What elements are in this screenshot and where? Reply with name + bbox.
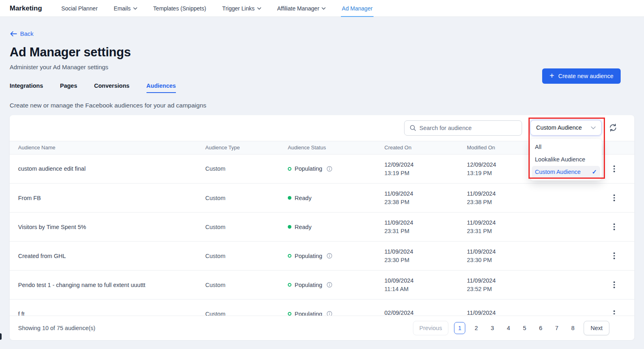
populating-status-icon: [288, 254, 291, 258]
tab-conversions[interactable]: Conversions: [94, 83, 130, 93]
audience-type: Custom: [205, 155, 288, 184]
table-row[interactable]: f ft Custom Populating 02/09/2024 11/09/…: [10, 299, 634, 316]
arrow-left-icon: [10, 31, 17, 37]
row-actions-menu[interactable]: [611, 194, 618, 202]
col-audience-name: Audience Name: [10, 141, 205, 154]
nav-item-emails[interactable]: Emails: [114, 0, 137, 17]
refresh-icon: [609, 123, 617, 132]
option-label: All: [535, 144, 541, 150]
audience-search[interactable]: [404, 120, 522, 136]
populating-status-icon: [288, 283, 291, 287]
status-badge: Populating: [288, 253, 384, 259]
page-button-1[interactable]: 1: [454, 322, 465, 334]
table-row[interactable]: From FB Custom Ready 11/09/202423:38 PM …: [10, 184, 634, 213]
row-actions-menu[interactable]: [611, 252, 618, 260]
audiences-card: Custom Audience All Lookalike Audience C…: [10, 115, 634, 340]
status-label: Populating: [295, 165, 322, 172]
page-button-4[interactable]: 4: [503, 325, 514, 331]
created-time: 23:30 PM: [384, 257, 467, 263]
audience-type: Custom: [205, 271, 288, 299]
status-label: Ready: [295, 195, 312, 201]
info-icon[interactable]: [326, 166, 332, 172]
page-button-6[interactable]: 6: [535, 325, 546, 331]
create-new-audience-button[interactable]: + Create new audience: [542, 68, 621, 84]
nav-item-trigger-links[interactable]: Trigger Links: [222, 0, 261, 17]
col-audience-type: Audience Type: [205, 141, 288, 154]
audience-type: Custom: [205, 242, 288, 271]
audience-type-filter[interactable]: Custom Audience: [530, 120, 602, 136]
dropdown-option-all[interactable]: All: [530, 141, 602, 153]
created-time: 11:14 AM: [384, 286, 467, 292]
page-button-5[interactable]: 5: [519, 325, 530, 331]
page-button-2[interactable]: 2: [471, 325, 481, 331]
populating-status-icon: [288, 312, 291, 316]
create-button-label: Create new audience: [558, 73, 613, 79]
nav-item-ad-manager[interactable]: Ad Manager: [342, 0, 372, 17]
row-actions-menu[interactable]: [611, 223, 618, 231]
refresh-button[interactable]: [608, 123, 618, 133]
audience-type: Custom: [205, 299, 288, 316]
status-label: Populating: [295, 253, 322, 259]
table-footer: Showing 10 of 75 audience(s) Previous 1 …: [10, 316, 634, 340]
back-link[interactable]: Back: [10, 30, 33, 37]
info-icon[interactable]: [326, 253, 332, 259]
audience-type-dropdown-menu: All Lookalike Audience Custom Audience ✓: [530, 139, 602, 180]
chevron-down-icon: [322, 7, 326, 10]
col-actions: [607, 141, 634, 154]
table-row[interactable]: Pendo test 1 - changing name to full ext…: [10, 271, 634, 299]
tab-pages[interactable]: Pages: [60, 83, 77, 93]
page-title: Ad Manager settings: [10, 45, 634, 60]
page-button-8[interactable]: 8: [568, 325, 578, 331]
status-label: Populating: [295, 311, 322, 316]
ready-status-icon: [288, 225, 291, 229]
info-icon[interactable]: [326, 282, 332, 288]
nav-item-templates[interactable]: Templates (Snippets): [153, 0, 206, 17]
dropdown-option-custom[interactable]: Custom Audience ✓: [532, 166, 600, 178]
dropdown-option-lookalike[interactable]: Lookalike Audience: [530, 153, 602, 166]
page-button-3[interactable]: 3: [487, 325, 497, 331]
created-time: 23:31 PM: [384, 228, 467, 234]
modified-date: 11/09/2024: [467, 219, 607, 226]
previous-page-button[interactable]: Previous: [413, 321, 448, 335]
status-label: Ready: [295, 224, 312, 230]
row-actions-menu[interactable]: [611, 310, 618, 316]
nav-item-social-planner[interactable]: Social Planner: [61, 0, 97, 17]
chevron-down-icon: [591, 126, 596, 129]
page-subtitle: Administer your Ad Manager settings: [10, 64, 634, 70]
audience-name: From FB: [10, 184, 205, 213]
modified-time: 23:52 PM: [467, 286, 607, 292]
status-badge: Ready: [288, 195, 384, 201]
info-icon[interactable]: [326, 311, 332, 316]
created-date: 02/09/2024: [384, 310, 467, 316]
table-toolbar: Custom Audience All Lookalike Audience C…: [10, 115, 634, 141]
col-audience-status: Audience Status: [288, 141, 384, 154]
table-row[interactable]: Visitors by Time Spent 5% Custom Ready 1…: [10, 213, 634, 242]
created-date: 10/09/2024: [384, 277, 467, 284]
nav-item-affiliate-manager[interactable]: Affiliate Manager: [277, 0, 326, 17]
row-actions-menu[interactable]: [611, 281, 618, 289]
results-summary: Showing 10 of 75 audience(s): [18, 325, 95, 331]
status-badge: Ready: [288, 224, 384, 230]
audience-name: Created from GHL: [10, 242, 205, 271]
nav-item-label: Social Planner: [61, 5, 97, 12]
next-page-button[interactable]: Next: [584, 321, 609, 335]
populating-status-icon: [288, 167, 291, 171]
nav-item-label: Ad Manager: [342, 5, 372, 12]
app-brand: Marketing: [10, 4, 42, 12]
audience-name: f ft: [10, 299, 205, 316]
screen-artifact: [0, 333, 2, 340]
table-row[interactable]: Created from GHL Custom Populating 11/09…: [10, 242, 634, 271]
page-button-7[interactable]: 7: [551, 325, 562, 331]
modified-date: 11/09/2024: [467, 190, 607, 197]
nav-items: Social Planner Emails Templates (Snippet…: [61, 0, 372, 17]
tab-audiences[interactable]: Audiences: [147, 83, 176, 93]
tab-integrations[interactable]: Integrations: [10, 83, 43, 93]
status-badge: Populating: [288, 165, 384, 172]
check-icon: ✓: [592, 168, 597, 176]
search-input[interactable]: [419, 125, 517, 131]
audience-type: Custom: [205, 184, 288, 213]
modified-date: 11/09/2024: [467, 310, 607, 316]
row-actions-menu[interactable]: [611, 164, 618, 173]
page-content: Back Ad Manager settings Administer your…: [0, 17, 644, 340]
top-navigation: Marketing Social Planner Emails Template…: [0, 0, 644, 17]
